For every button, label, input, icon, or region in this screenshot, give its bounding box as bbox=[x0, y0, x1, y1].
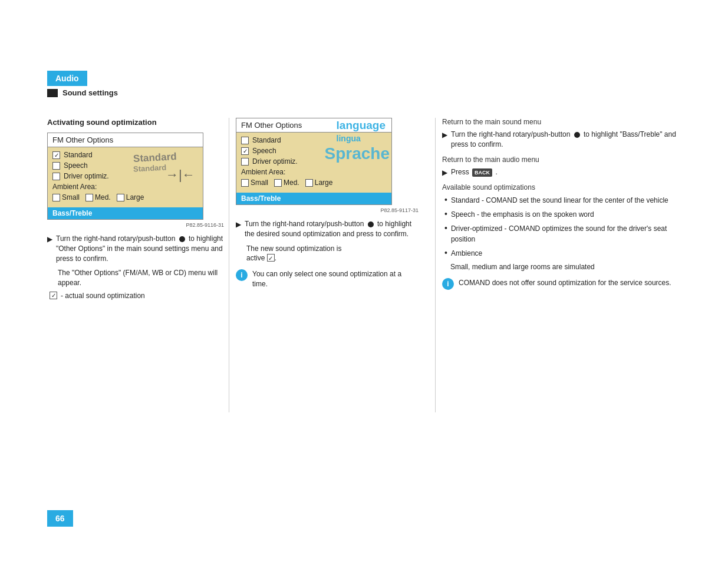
mid-bullet-1: ▶ Turn the right-hand rotary/push-button… bbox=[236, 219, 419, 239]
mid-bullets: ▶ Turn the right-hand rotary/push-button… bbox=[236, 219, 419, 289]
bullet-item-1: ▶ Turn the right-hand rotary/push-button… bbox=[47, 234, 224, 263]
mid-indent-1: The new sound optimization is active ✓. bbox=[246, 244, 419, 264]
info-box-right: i COMAND does not offer sound optimizati… bbox=[442, 278, 684, 290]
fm-box-right-header: FM Other Options languagelingua bbox=[236, 118, 391, 133]
label-right-standard: Standard bbox=[252, 136, 281, 144]
ambient-label-left: Ambient Area: bbox=[52, 183, 198, 191]
bullet-arrow-1: ▶ bbox=[47, 234, 52, 244]
fm-box-left-body: Standard Speech Driver optimiz. Ambient … bbox=[48, 147, 203, 205]
fm-box-left-header: FM Other Options bbox=[48, 133, 203, 147]
divider-mid-right bbox=[435, 118, 436, 412]
checkbox-large[interactable] bbox=[117, 194, 124, 201]
fm-box-right: FM Other Options languagelingua Standard… bbox=[236, 118, 392, 205]
checkbox-standard[interactable] bbox=[52, 151, 60, 159]
fm-ref-left: P82.85-9116-31 bbox=[47, 222, 224, 228]
checkbox-right-med[interactable] bbox=[274, 179, 282, 187]
right-bullet-2-text: Press BACK . bbox=[451, 167, 498, 177]
sound-settings-header: Sound settings bbox=[47, 88, 283, 97]
list-item-standard: Standard - COMAND set the sound linear f… bbox=[442, 195, 684, 206]
fm-row-speech: Speech bbox=[52, 161, 198, 170]
info-box-mid: i You can only select one sound optimiza… bbox=[236, 269, 419, 289]
ambient-med: Med. bbox=[85, 193, 111, 201]
fm-row-right-speech: Speech Sprache bbox=[241, 147, 387, 155]
bullet-text-1: Turn the right-hand rotary/push-button t… bbox=[56, 234, 224, 263]
audio-label: Audio bbox=[47, 71, 87, 86]
info-text-right: COMAND does not offer sound optimization… bbox=[459, 278, 671, 288]
checkbox-right-small[interactable] bbox=[241, 179, 249, 187]
mid-bullet-arrow: ▶ bbox=[236, 220, 241, 230]
label-right-large: Large bbox=[315, 178, 333, 187]
indent-text-1: The "Other Options" (FM/AM, WB or CD) me… bbox=[58, 268, 224, 288]
checkbox-speech[interactable] bbox=[52, 162, 60, 170]
left-column: Activating sound optimization FM Other O… bbox=[47, 118, 224, 300]
right-bullet-1-text: Turn the right-hand rotary/push-button t… bbox=[451, 130, 684, 150]
right-column: Return to the main sound menu ▶ Turn the… bbox=[442, 118, 684, 290]
fm-row-standard: Standard bbox=[52, 151, 198, 159]
list-item-speech: Speech - the emphasis is on the spoken w… bbox=[442, 209, 684, 220]
actual-sound-label: - actual sound optimization bbox=[61, 292, 145, 300]
info-text-mid: You can only select one sound optimizati… bbox=[252, 269, 419, 289]
circle-dot-right bbox=[574, 132, 580, 138]
ambience-sub: Small, medium and large rooms are simula… bbox=[450, 262, 684, 272]
checkbox-right-standard[interactable] bbox=[241, 137, 249, 144]
mid-column: FM Other Options languagelingua Standard… bbox=[236, 118, 419, 289]
fm-ref-right: P82.85-9117-31 bbox=[236, 207, 419, 213]
sound-optimization-list: Standard - COMAND set the sound linear f… bbox=[442, 195, 684, 259]
fm-box-left: FM Other Options Standard Speech Driver … bbox=[47, 133, 203, 220]
right-section-1-title: Return to the main sound menu bbox=[442, 118, 684, 126]
ambient-right-small: Small bbox=[241, 178, 268, 187]
label-small: Small bbox=[62, 193, 80, 201]
divider-left-mid bbox=[229, 118, 229, 412]
active-checkbox: ✓ bbox=[267, 254, 275, 262]
back-key: BACK bbox=[472, 168, 492, 177]
label-right-driver: Driver optimiz. bbox=[252, 157, 298, 166]
right-section-2-title: Return to the main audio menu bbox=[442, 156, 684, 164]
active-period: . bbox=[275, 254, 276, 262]
ambient-row-left: Small Med. Large bbox=[52, 193, 198, 201]
info-icon-mid: i bbox=[236, 269, 248, 281]
ambient-row-right: Small Med. Large bbox=[241, 178, 387, 187]
label-driver: Driver optimiz. bbox=[64, 172, 109, 180]
label-med: Med. bbox=[95, 193, 111, 201]
checkbox-right-large[interactable] bbox=[305, 179, 313, 187]
small-checkbox-actual bbox=[50, 292, 57, 299]
ambient-right-large: Large bbox=[305, 178, 333, 187]
list-item-driver: Driver-optimized - COMAND optimizes the … bbox=[442, 223, 684, 244]
checkbox-small[interactable] bbox=[52, 194, 60, 201]
circle-dot-mid bbox=[368, 222, 374, 227]
checkbox-med[interactable] bbox=[85, 194, 93, 201]
checkbox-driver[interactable] bbox=[52, 173, 60, 180]
mid-bullet-text: Turn the right-hand rotary/push-button t… bbox=[245, 219, 419, 239]
page-number: 66 bbox=[47, 510, 73, 527]
header: Audio Sound settings bbox=[47, 71, 283, 97]
right-arrow-2: ▶ bbox=[442, 168, 447, 178]
fm-row-right-driver: Driver optimiz. bbox=[241, 157, 387, 166]
fm-row-right-standard: Standard bbox=[241, 136, 387, 144]
ambient-right-med: Med. bbox=[274, 178, 299, 187]
right-bullet-1: ▶ Turn the right-hand rotary/push-button… bbox=[442, 130, 684, 150]
right-bullet-2: ▶ Press BACK . bbox=[442, 167, 684, 178]
fm-row-driver: Driver optimiz. bbox=[52, 172, 198, 180]
bass-treble-right: Bass/Treble bbox=[236, 193, 391, 204]
checkbox-right-speech[interactable] bbox=[241, 147, 249, 155]
checkbox-line: - actual sound optimization bbox=[50, 292, 224, 300]
bullet-section-left: ▶ Turn the right-hand rotary/push-button… bbox=[47, 234, 224, 300]
label-right-med: Med. bbox=[284, 178, 299, 187]
label-right-small: Small bbox=[251, 178, 268, 187]
circle-dot-left bbox=[179, 236, 185, 242]
label-standard: Standard bbox=[64, 151, 93, 159]
active-text: active bbox=[246, 254, 267, 262]
bass-treble-left: Bass/Treble bbox=[48, 207, 203, 219]
ambient-small: Small bbox=[52, 193, 80, 201]
sound-settings-label: Sound settings bbox=[62, 88, 118, 97]
label-speech: Speech bbox=[64, 161, 88, 170]
page: Audio Sound settings Activating sound op… bbox=[0, 0, 728, 562]
checkbox-right-driver[interactable] bbox=[241, 158, 249, 166]
label-right-speech: Speech bbox=[252, 147, 276, 155]
list-item-ambience: Ambience bbox=[442, 248, 684, 259]
ambient-label-right: Ambient Area: bbox=[241, 168, 387, 176]
fm-box-right-body: Standard Speech Sprache Driver optimiz. … bbox=[236, 133, 391, 190]
right-section-3-title: Available sound optimizations bbox=[442, 183, 684, 191]
black-bar-icon bbox=[47, 89, 58, 97]
info-icon-right: i bbox=[442, 278, 454, 290]
